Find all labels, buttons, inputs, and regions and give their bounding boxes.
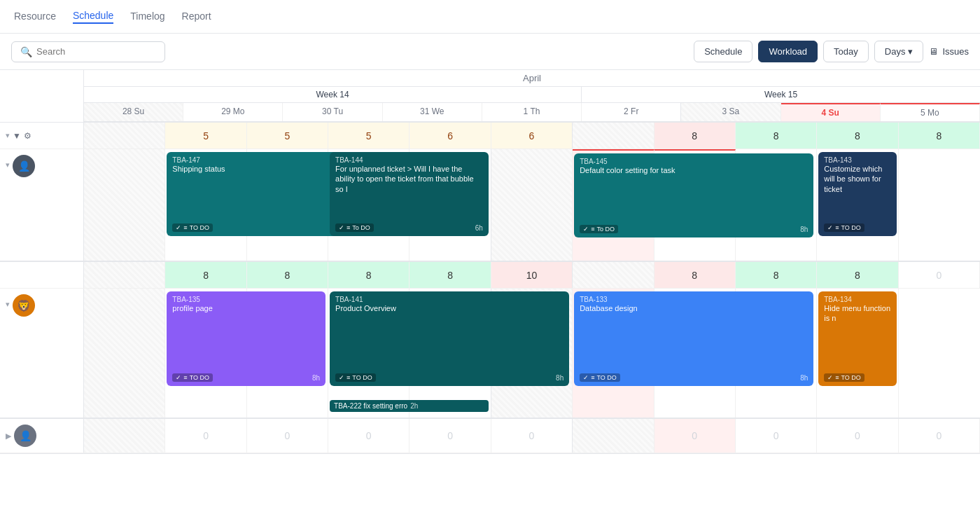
- day-header-3sa: 3 Sa: [681, 103, 780, 121]
- nav-timelog[interactable]: Timelog: [130, 11, 164, 23]
- cell-1-29: TBA-147 Shipping status ✓≡TO DO 5h: [165, 149, 246, 261]
- day-header-1th: 1 Th: [482, 103, 582, 121]
- filter-icon[interactable]: ▼: [13, 131, 21, 141]
- search-icon: 🔍: [20, 46, 32, 57]
- cell-2-28: [84, 289, 165, 418]
- hours-1-29: 5: [165, 123, 246, 149]
- hours-1-28: [84, 123, 165, 149]
- collapse-icon-1[interactable]: ▾: [6, 131, 10, 140]
- todo-badge: ✓≡To DO: [335, 223, 374, 232]
- cell-1-2: [491, 149, 573, 261]
- issues-button[interactable]: 🖥 Issues: [929, 46, 969, 57]
- calendar-wrap: April Week 14 Week 15 28 Su 29 Mo 30 Tu …: [0, 70, 980, 454]
- card-title: Product Overview: [335, 303, 564, 313]
- card-id: TBA-135: [172, 296, 320, 303]
- hours-2-4: 8: [654, 262, 736, 288]
- day-header-29mo: 29 Mo: [183, 103, 283, 121]
- toolbar: 🔍 Schedule Workload Today Days ▾ 🖥 Issue…: [0, 34, 980, 70]
- avatar-3: 👤: [14, 425, 36, 447]
- day-header-28su: 28 Su: [84, 103, 183, 121]
- card-tba145[interactable]: TBA-145 Default color setting for task ✓…: [574, 153, 813, 237]
- hours-1-31: 5: [328, 123, 410, 149]
- cell-2-4: TBA-133 Database design ✓≡TO DO 8h: [573, 289, 654, 418]
- card-tba134[interactable]: TBA-134 Hide menu function is n ✓≡TO DO: [818, 291, 896, 386]
- todo-badge: ✓≡TO DO: [580, 373, 620, 382]
- resource-section-3: ▶ 👤 0 0 0 0 0 0 0 0 0: [0, 419, 980, 454]
- card-id: TBA-133: [580, 296, 808, 303]
- hours-1-30: 5: [247, 123, 328, 149]
- nav-schedule[interactable]: Schedule: [73, 10, 113, 24]
- toolbar-right: Schedule Workload Today Days ▾ 🖥 Issues: [694, 41, 969, 62]
- card-title: Database design: [580, 303, 808, 313]
- hours-3-2: 0: [491, 419, 573, 453]
- hours-2-28: [84, 262, 165, 288]
- todo-badge: ✓≡TO DO: [824, 223, 864, 232]
- avatar-1: 👤: [13, 155, 35, 177]
- nav-resource[interactable]: Resource: [14, 11, 56, 23]
- resource-2-left: [0, 262, 84, 288]
- hours-3-3: [573, 419, 654, 453]
- hours-2-2: 10: [491, 262, 573, 288]
- cell-1-7: TBA-143 Customize which will be shown fo…: [817, 149, 898, 261]
- day-header-30tu: 30 Tu: [283, 103, 382, 121]
- week14-label: Week 14: [84, 87, 582, 102]
- card-tba133[interactable]: TBA-133 Database design ✓≡TO DO 8h: [574, 291, 813, 386]
- card-id: TBA-134: [824, 296, 890, 303]
- hours-3-28: [84, 419, 165, 453]
- todo-badge: ✓≡TO DO: [172, 223, 213, 232]
- hours-1-2: 6: [491, 123, 573, 149]
- cell-2-29: TBA-135 profile page ✓≡TO DO 8h: [165, 289, 246, 418]
- hours-2-5: 8: [736, 262, 817, 288]
- schedule-button[interactable]: Schedule: [694, 41, 752, 62]
- hours-badge: 8h: [800, 226, 808, 233]
- hours-badge: 8h: [800, 374, 808, 382]
- resource-section-2: 8 8 8 8 10 8 8 8 0 ▾ 🦁: [0, 262, 980, 419]
- card-tba144[interactable]: TBA-144 For unplanned ticket > Will I ha…: [330, 152, 489, 236]
- nav-report[interactable]: Report: [182, 11, 211, 23]
- today-button[interactable]: Today: [823, 41, 869, 62]
- day-header-4su: 4 Su: [781, 103, 881, 121]
- card-id: TBA-144: [335, 156, 483, 164]
- hours-badge: 8h: [556, 374, 564, 382]
- search-box[interactable]: 🔍: [11, 41, 165, 62]
- month-label: April: [84, 70, 980, 87]
- chevron-down-icon: ▾: [908, 46, 913, 57]
- card-tba222[interactable]: TBA-222 fix setting erro2h: [330, 400, 489, 412]
- cell-1-28: [84, 149, 165, 261]
- days-button[interactable]: Days ▾: [874, 41, 924, 62]
- todo-badge: ✓≡TO DO: [824, 373, 864, 382]
- week15-label: Week 15: [582, 87, 980, 102]
- settings-icon[interactable]: ⚙: [24, 131, 31, 141]
- card-id: TBA-143: [824, 156, 890, 164]
- hours-3-5: 0: [736, 419, 817, 453]
- hours-2-7: 0: [899, 262, 980, 288]
- hours-3-29: 0: [165, 419, 246, 453]
- hours-1-3: [573, 123, 654, 149]
- expand-arrow-3[interactable]: ▶: [6, 432, 11, 441]
- hours-3-30: 0: [247, 419, 328, 453]
- calendar: April Week 14 Week 15 28 Su 29 Mo 30 Tu …: [0, 70, 980, 454]
- card-title: Customize which will be shown for ticket: [824, 164, 890, 194]
- todo-badge: ✓≡TO DO: [172, 373, 213, 382]
- collapse-arrow-2[interactable]: ▾: [6, 300, 10, 309]
- card-id: TBA-145: [580, 158, 808, 165]
- card-tba135[interactable]: TBA-135 profile page ✓≡TO DO 8h: [167, 291, 326, 386]
- resource-1-avatar: ▾ 👤: [0, 149, 84, 261]
- hours-3-4: 0: [654, 419, 736, 453]
- hours-badge: 8h: [312, 374, 320, 382]
- hours-2-3: [573, 262, 654, 288]
- hours-3-7: 0: [899, 419, 980, 453]
- search-input[interactable]: [36, 46, 156, 57]
- card-tba143[interactable]: TBA-143 Customize which will be shown fo…: [818, 152, 896, 236]
- cell-2-7: TBA-134 Hide menu function is n ✓≡TO DO: [817, 289, 898, 418]
- cell-1-4: TBA-145 Default color setting for task ✓…: [573, 149, 654, 261]
- card-tba141[interactable]: TBA-141 Product Overview ✓≡TO DO 8h: [330, 291, 569, 386]
- collapse-arrow-1[interactable]: ▾: [6, 160, 10, 170]
- hours-2-6: 8: [817, 262, 898, 288]
- cell-2-31: TBA-141 Product Overview ✓≡TO DO 8h: [328, 289, 410, 418]
- hours-2-30: 8: [247, 262, 328, 288]
- resource-1-controls: ▾ ▼ ⚙: [0, 123, 84, 149]
- hours-2-1: 8: [410, 262, 491, 288]
- workload-button[interactable]: Workload: [758, 41, 818, 62]
- hours-1-7: 8: [899, 123, 980, 149]
